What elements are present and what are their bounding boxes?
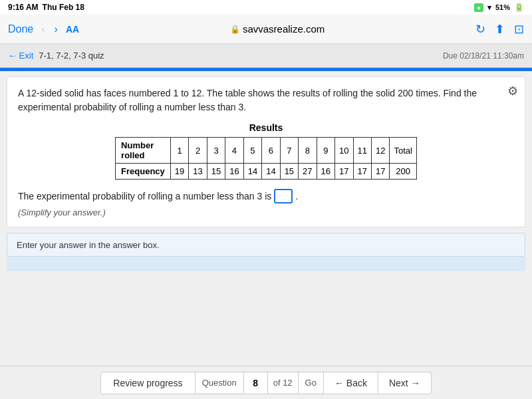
table-header-row: Numberrolled 1 2 3 4 5 6 7 8 9 10 11 12 … xyxy=(116,138,417,164)
lock-icon: 🔒 xyxy=(230,25,240,34)
freq-2: 13 xyxy=(189,164,207,180)
done-button[interactable]: Done xyxy=(8,23,33,35)
url-bar[interactable]: 🔒 savvasrealize.com xyxy=(86,23,469,35)
freq-8: 27 xyxy=(299,164,317,180)
freq-total: 200 xyxy=(390,164,416,180)
freq-12: 17 xyxy=(371,164,389,180)
header-2: 2 xyxy=(189,138,207,164)
question-nav: Question of 12 Go xyxy=(196,372,324,394)
header-6: 6 xyxy=(262,138,280,164)
freq-6: 14 xyxy=(262,164,280,180)
freq-3: 15 xyxy=(207,164,225,180)
exit-button[interactable]: ← Exit xyxy=(8,51,33,61)
header-7: 7 xyxy=(280,138,298,164)
wifi-icon: ▾ xyxy=(487,3,491,12)
answer-line: The experimental probability of rolling … xyxy=(18,189,514,203)
header-11: 11 xyxy=(353,138,371,164)
tabs-button[interactable]: ⊡ xyxy=(514,22,524,37)
header-number-rolled: Numberrolled xyxy=(116,138,171,164)
next-button[interactable]: Next → xyxy=(378,372,432,394)
results-table: Numberrolled 1 2 3 4 5 6 7 8 9 10 11 12 … xyxy=(115,137,417,180)
header-8: 8 xyxy=(299,138,317,164)
freq-4: 16 xyxy=(225,164,243,180)
go-button[interactable]: Go xyxy=(299,372,323,393)
status-bar: 9:16 AM Thu Feb 18 ● ▾ 51% 🔋 xyxy=(0,0,532,15)
share-button[interactable]: ⬆ xyxy=(495,22,505,37)
header-12: 12 xyxy=(371,138,389,164)
back-button[interactable]: ← Back xyxy=(324,372,378,394)
status-right: ● ▾ 51% 🔋 xyxy=(474,3,524,12)
freq-9: 16 xyxy=(317,164,334,180)
question-number-input[interactable] xyxy=(244,372,268,394)
header-5: 5 xyxy=(243,138,261,164)
freq-7: 15 xyxy=(280,164,298,180)
status-left: 9:16 AM Thu Feb 18 xyxy=(8,3,84,12)
browser-bar: Done ‹ › AA 🔒 savvasrealize.com ↻ ⬆ ⊡ xyxy=(0,15,532,44)
hint-text: Enter your answer in the answer box. xyxy=(17,240,160,250)
question-label: Question xyxy=(196,372,244,393)
freq-11: 17 xyxy=(353,164,371,180)
forward-arrow[interactable]: › xyxy=(53,23,59,35)
settings-icon[interactable]: ⚙ xyxy=(507,84,518,98)
header-total: Total xyxy=(390,138,416,164)
due-date: Due 02/18/21 11:30am xyxy=(443,51,524,61)
sub-nav: ← Exit 7-1, 7-2, 7-3 quiz Due 02/18/21 1… xyxy=(0,44,532,68)
header-4: 4 xyxy=(225,138,243,164)
simplify-note: (Simplify your answer.) xyxy=(18,207,514,217)
battery-icon: 51% xyxy=(495,3,510,11)
hint-input-bar xyxy=(7,257,525,271)
header-9: 9 xyxy=(317,138,334,164)
main-content: ⚙ A 12-sided solid has faces numbered 1 … xyxy=(7,76,525,227)
url-text: savvasrealize.com xyxy=(243,23,325,35)
question-text: A 12-sided solid has faces numbered 1 to… xyxy=(18,86,514,114)
freq-5: 14 xyxy=(243,164,261,180)
time: 9:16 AM xyxy=(8,3,39,12)
bottom-nav: Review progress Question of 12 Go ← Back… xyxy=(0,366,532,399)
freq-label: Frequency xyxy=(116,164,171,180)
of-label: of 12 xyxy=(268,372,299,393)
back-arrow[interactable]: ‹ xyxy=(40,23,46,35)
text-size-button[interactable]: AA xyxy=(66,24,79,35)
answer-prompt: The experimental probability of rolling … xyxy=(18,191,271,201)
battery-visual: 🔋 xyxy=(514,3,524,12)
header-1: 1 xyxy=(170,138,188,164)
signal-icon: ● xyxy=(474,3,483,12)
accent-bar xyxy=(0,68,532,71)
hint-area: Enter your answer in the answer box. xyxy=(7,233,525,257)
reload-button[interactable]: ↻ xyxy=(475,22,485,37)
header-10: 10 xyxy=(335,138,353,164)
table-title: Results xyxy=(18,122,514,133)
browser-actions: ↻ ⬆ ⊡ xyxy=(475,22,524,37)
date: Thu Feb 18 xyxy=(43,3,84,12)
freq-1: 19 xyxy=(170,164,188,180)
quiz-title: 7-1, 7-2, 7-3 quiz xyxy=(39,51,104,61)
answer-input[interactable] xyxy=(274,189,293,203)
answer-period: . xyxy=(295,191,298,201)
table-frequency-row: Frequency 19 13 15 16 14 14 15 27 16 17 … xyxy=(116,164,417,180)
sub-nav-left: ← Exit 7-1, 7-2, 7-3 quiz xyxy=(8,51,104,61)
freq-10: 17 xyxy=(335,164,353,180)
review-progress-button[interactable]: Review progress xyxy=(100,372,195,394)
header-3: 3 xyxy=(207,138,225,164)
